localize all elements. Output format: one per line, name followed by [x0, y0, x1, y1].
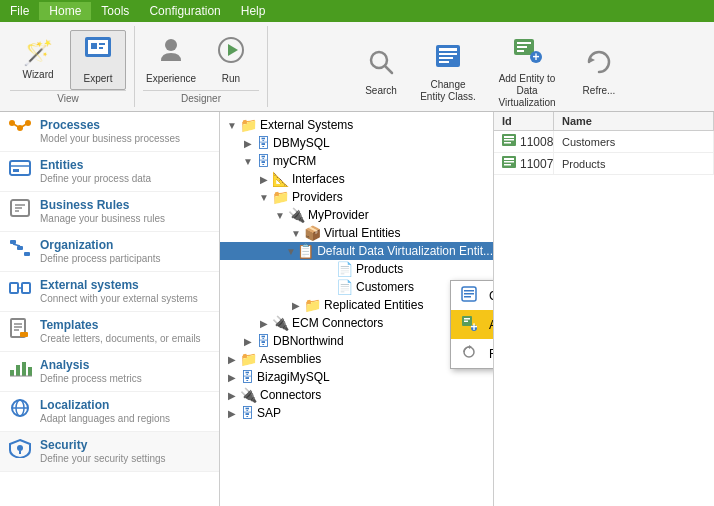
right-panel-row-1[interactable]: 11007 Products	[494, 153, 714, 175]
add-entity-dv-label: Add Entity to Data Virtualization	[492, 73, 562, 109]
tree-toggle-dbmysql[interactable]: ▶	[240, 138, 256, 149]
right-panel-header: Id Name	[494, 112, 714, 131]
menu-configuration[interactable]: Configuration	[139, 2, 230, 20]
tree-toggle-ecm-connectors[interactable]: ▶	[256, 318, 272, 329]
right-panel-row-0[interactable]: 11008 Customers	[494, 131, 714, 153]
tree-icon-sap: 🗄	[240, 405, 254, 421]
svg-rect-58	[464, 293, 474, 295]
tree-toggle-virtual-entities[interactable]: ▼	[288, 228, 304, 239]
menu-help[interactable]: Help	[231, 2, 276, 20]
tree-toggle-connectors[interactable]: ▶	[224, 390, 240, 401]
tree-icon-myprovider: 🔌	[288, 207, 305, 223]
svg-rect-35	[17, 246, 23, 250]
tree-node-default-dv[interactable]: ▼ 📋 Default Data Virtualization Entit...	[220, 242, 493, 260]
tree-toggle-default-dv[interactable]: ▼	[285, 246, 297, 257]
tree-node-myprovider[interactable]: ▼ 🔌 MyProvider	[220, 206, 493, 224]
tree-icon-replicated-entities: 📁	[304, 297, 321, 313]
menu-tools[interactable]: Tools	[91, 2, 139, 20]
svg-rect-46	[10, 370, 14, 376]
tree-toggle-external-systems[interactable]: ▼	[224, 120, 240, 131]
sidebar-item-processes[interactable]: Processes Model your business processes	[0, 112, 219, 152]
change-entity-button[interactable]: Change Entity Class.	[413, 36, 483, 108]
tree-toggle-providers[interactable]: ▼	[256, 192, 272, 203]
tree-node-mycrm[interactable]: ▼ 🗄 myCRM	[220, 152, 493, 170]
svg-text:+: +	[470, 320, 477, 331]
refresh-label: Refre...	[583, 85, 616, 97]
expert-button[interactable]: Expert	[70, 30, 126, 90]
entities-desc: Define your process data	[40, 172, 151, 185]
menu-file[interactable]: File	[0, 2, 39, 20]
tree-toggle-myprovider[interactable]: ▼	[272, 210, 288, 221]
tree-icon-customers: 📄	[336, 279, 353, 295]
tree-icon-default-dv: 📋	[297, 243, 314, 259]
tree-toggle-replicated-entities[interactable]: ▶	[288, 300, 304, 311]
run-button[interactable]: Run	[203, 30, 259, 90]
tree-icon-dbmysql: 🗄	[256, 135, 270, 151]
tree-label-connectors: Connectors	[260, 388, 321, 402]
sidebar-item-entities[interactable]: Entities Define your process data	[0, 152, 219, 192]
sidebar-item-analysis[interactable]: Analysis Define process metrics	[0, 352, 219, 392]
external-systems-desc: Connect with your external systems	[40, 292, 198, 305]
search-button[interactable]: Search	[353, 42, 409, 102]
wizard-button[interactable]: 🪄 Wizard	[10, 30, 66, 90]
tree-node-providers[interactable]: ▼ 📁 Providers	[220, 188, 493, 206]
localization-icon	[8, 398, 32, 423]
sidebar-item-external-systems[interactable]: External systems Connect with your exter…	[0, 272, 219, 312]
context-menu-refresh[interactable]: Refresh F5	[451, 339, 494, 368]
tree-label-external-systems: External Systems	[260, 118, 353, 132]
main-content: Processes Model your business processes …	[0, 112, 714, 506]
tree-toggle-sap[interactable]: ▶	[224, 408, 240, 419]
sidebar-item-localization[interactable]: Localization Adapt languages and regions	[0, 392, 219, 432]
sidebar-item-business-rules[interactable]: Business Rules Manage your business rule…	[0, 192, 219, 232]
tree-node-bizagimysql[interactable]: ▶ 🗄 BizagiMySQL	[220, 368, 493, 386]
svg-rect-29	[13, 169, 19, 172]
tree-toggle-bizagimysql[interactable]: ▶	[224, 372, 240, 383]
sidebar-item-organization[interactable]: Organization Define process participants	[0, 232, 219, 272]
svg-marker-7	[228, 44, 238, 56]
sidebar-item-security[interactable]: Security Define your security settings	[0, 432, 219, 472]
svg-rect-61	[464, 318, 470, 320]
tree-icon-products: 📄	[336, 261, 353, 277]
tree-toggle-dbnorthwind[interactable]: ▶	[240, 336, 256, 347]
svg-rect-74	[504, 164, 511, 166]
tree-icon-mycrm: 🗄	[256, 153, 270, 169]
tree-toggle-interfaces[interactable]: ▶	[256, 174, 272, 185]
tree-label-mycrm: myCRM	[273, 154, 316, 168]
context-menu-add-entity-dv[interactable]: + Add Entity to Data Virtualization Ctrl…	[451, 310, 494, 339]
add-entity-dv-button[interactable]: + Add Entity to Data Virtualization	[487, 30, 567, 114]
tree-label-dbnorthwind: DBNorthwind	[273, 334, 344, 348]
svg-rect-36	[24, 252, 30, 256]
localization-desc: Adapt languages and regions	[40, 412, 170, 425]
row1-icon	[502, 156, 516, 171]
tree-node-dbmysql[interactable]: ▶ 🗄 DBMySQL	[220, 134, 493, 152]
tree-icon-assemblies: 📁	[240, 351, 257, 367]
templates-desc: Create letters, documents, or emails	[40, 332, 201, 345]
tree-node-interfaces[interactable]: ▶ 📐 Interfaces	[220, 170, 493, 188]
experience-button[interactable]: Experience	[143, 30, 199, 90]
view-group-label: View	[10, 90, 126, 104]
svg-rect-12	[439, 53, 457, 55]
refresh-icon	[584, 47, 614, 83]
svg-rect-14	[439, 61, 449, 63]
tree-toggle-assemblies[interactable]: ▶	[224, 354, 240, 365]
analysis-title: Analysis	[40, 358, 142, 372]
expert-icon	[83, 35, 113, 71]
svg-rect-70	[504, 142, 511, 144]
context-menu-change-entity[interactable]: Change Entity Class. Ctrl+C	[451, 281, 494, 310]
toolbar-group-project: Search Change Entity Class. + Add Entity…	[268, 26, 712, 107]
context-menu: Change Entity Class. Ctrl+C + Add Entity…	[450, 280, 494, 369]
sidebar-item-templates[interactable]: Templates Create letters, documents, or …	[0, 312, 219, 352]
tree-node-virtual-entities[interactable]: ▼ 📦 Virtual Entities	[220, 224, 493, 242]
experience-label: Experience	[146, 73, 196, 85]
tree-node-sap[interactable]: ▶ 🗄 SAP	[220, 404, 493, 422]
run-label: Run	[222, 73, 240, 85]
tree-toggle-mycrm[interactable]: ▼	[240, 156, 256, 167]
tree-node-products[interactable]: 📄 Products	[220, 260, 493, 278]
refresh-button[interactable]: Refre...	[571, 42, 627, 102]
svg-rect-45	[20, 332, 28, 337]
menu-home[interactable]: Home	[39, 2, 91, 20]
toolbar-group-view: 🪄 Wizard Expert View	[2, 26, 135, 107]
tree-node-external-systems[interactable]: ▼ 📁 External Systems	[220, 116, 493, 134]
svg-rect-27	[10, 161, 30, 175]
tree-node-connectors[interactable]: ▶ 🔌 Connectors	[220, 386, 493, 404]
